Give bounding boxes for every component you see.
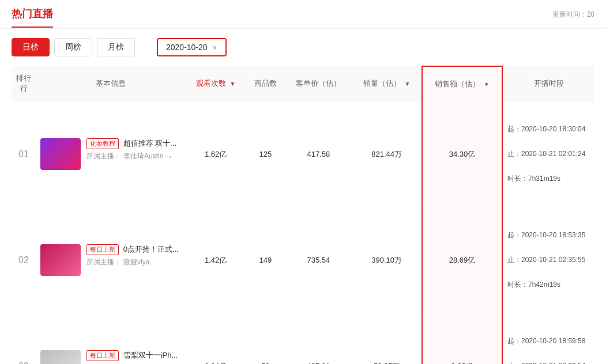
owner-name: 薇娅viya — [123, 257, 149, 267]
sort-icon-sales: ▼ — [405, 81, 411, 87]
info-cell: 化妆教程 超值推荐 双十... 所属主播： 李佳琦Austin → — [40, 138, 181, 170]
update-time: 更新时间：20 — [552, 10, 594, 25]
cell-views: 1.42亿 — [186, 207, 246, 313]
page-container: 热门直播 更新时间：20 日榜 周榜 月榜 2020-10-20 ∨ 排行 行 … — [0, 0, 606, 364]
owner-label: 所属主播： — [86, 151, 121, 161]
owner-info: 所属主播： 李佳琦Austin → — [86, 151, 176, 161]
tab-weekly[interactable]: 周榜 — [54, 38, 92, 56]
cell-unit-price: 417.58 — [285, 101, 352, 207]
live-title: 雪梨双十一iPh... — [123, 351, 178, 359]
cell-broadcast-time: 起：2020-10-20 18:30:04 止：2020-10-21 02:01… — [502, 101, 594, 207]
tab-bar: 日榜 周榜 月榜 2020-10-20 ∨ — [0, 29, 606, 66]
cell-unit-price: 487.01 — [285, 313, 352, 364]
col-views[interactable]: 观看次数 ▼ — [186, 66, 246, 101]
sort-icon-revenue: ▼ — [484, 81, 490, 88]
cell-rank: 03 — [12, 313, 36, 364]
cell-products: 125 — [246, 101, 285, 207]
date-picker[interactable]: 2020-10-20 ∨ — [157, 38, 227, 56]
table-row: 02 每日上新 0点开抢！正式... 所属主播： 薇娅viya 1.42亿149… — [12, 207, 594, 313]
cell-info: 每日上新 0点开抢！正式... 所属主播： 薇娅viya — [36, 207, 186, 313]
col-broadcast-time: 开播时段 — [502, 66, 594, 101]
cell-unit-price: 735.54 — [285, 207, 352, 313]
table-row: 03 每日上新 雪梨双十一iPh... 所属主播： 雪梨_Cherie 0.34… — [12, 313, 594, 364]
cell-info: 化妆教程 超值推荐 双十... 所属主播： 李佳琦Austin → — [36, 101, 186, 207]
cell-revenue: 28.69亿 — [422, 207, 502, 313]
info-cell: 每日上新 0点开抢！正式... 所属主播： 薇娅viya — [40, 244, 181, 276]
date-value: 2020-10-20 — [166, 43, 208, 52]
live-title: 0点开抢！正式... — [123, 245, 179, 253]
tag-label: 每日上新 — [86, 350, 119, 361]
tag-label: 化妆教程 — [86, 138, 119, 149]
cell-products: 59 — [246, 313, 285, 364]
header: 热门直播 更新时间：20 — [0, 0, 606, 29]
cell-sales: 821.44万 — [352, 101, 422, 207]
arrow-right-icon: → — [165, 153, 172, 161]
table-row: 01 化妆教程 超值推荐 双十... 所属主播： 李佳琦Austin → 1.6… — [12, 101, 594, 207]
col-products: 商品数 — [246, 66, 285, 101]
thumbnail — [40, 350, 81, 364]
sort-icon-views: ▼ — [230, 81, 236, 87]
cell-views: 0.34亿 — [186, 313, 246, 364]
col-info: 基本信息 — [36, 66, 186, 101]
tab-daily[interactable]: 日榜 — [12, 38, 50, 56]
thumbnail — [40, 244, 81, 276]
info-cell: 每日上新 雪梨双十一iPh... 所属主播： 雪梨_Cherie — [40, 350, 181, 364]
owner-label: 所属主播： — [86, 257, 121, 267]
data-table: 排行 行 基本信息 观看次数 ▼ 商品数 客单价（估） 销量（估） ▼ — [0, 66, 606, 364]
tab-monthly[interactable]: 月榜 — [97, 38, 135, 56]
cell-sales: 390.10万 — [352, 207, 422, 313]
cell-sales: 59.95万 — [352, 313, 422, 364]
page-title: 热门直播 — [12, 7, 53, 28]
thumbnail — [40, 138, 81, 170]
table-header-row: 排行 行 基本信息 观看次数 ▼ 商品数 客单价（估） 销量（估） ▼ — [12, 66, 594, 101]
col-rank: 排行 行 — [12, 66, 36, 101]
tag-label: 每日上新 — [86, 244, 119, 255]
cell-broadcast-time: 起：2020-10-20 18:59:58 止：2020-10-21 02:29… — [502, 313, 594, 364]
chevron-down-icon: ∨ — [212, 43, 217, 51]
owner-name: 李佳琦Austin — [123, 151, 163, 161]
cell-broadcast-time: 起：2020-10-20 18:53:35 止：2020-10-21 02:35… — [502, 207, 594, 313]
col-unit-price: 客单价（估） — [285, 66, 352, 101]
col-revenue[interactable]: 销售额（估） ▼ — [422, 66, 502, 101]
col-sales[interactable]: 销量（估） ▼ — [352, 66, 422, 101]
cell-products: 149 — [246, 207, 285, 313]
cell-info: 每日上新 雪梨双十一iPh... 所属主播： 雪梨_Cherie — [36, 313, 186, 364]
owner-info: 所属主播： 薇娅viya — [86, 257, 179, 267]
cell-views: 1.62亿 — [186, 101, 246, 207]
cell-revenue: 34.30亿 — [422, 101, 502, 207]
cell-rank: 02 — [12, 207, 36, 313]
live-title: 超值推荐 双十... — [123, 139, 176, 147]
cell-rank: 01 — [12, 101, 36, 207]
cell-revenue: 2.92亿 — [422, 313, 502, 364]
